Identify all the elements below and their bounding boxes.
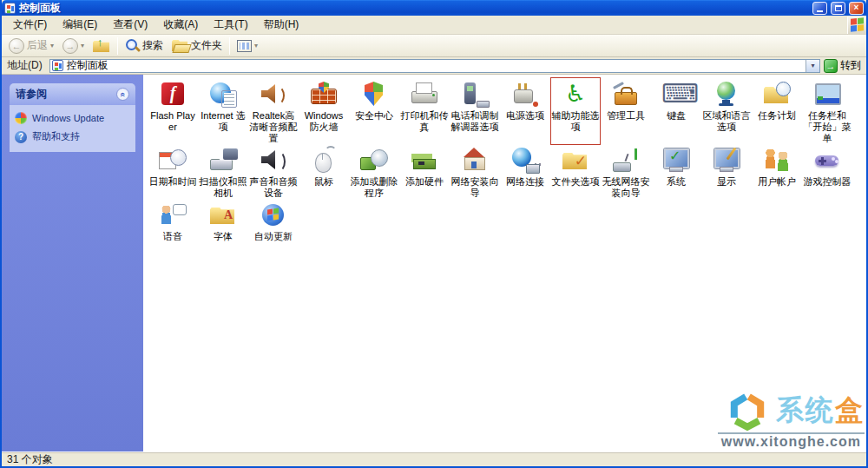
- menu-item[interactable]: 工具(T): [206, 15, 255, 35]
- help-support-icon: [15, 131, 27, 143]
- up-button[interactable]: [89, 37, 114, 54]
- views-button[interactable]: ▾: [233, 39, 261, 53]
- address-input[interactable]: 控制面板 ▾: [49, 59, 820, 73]
- back-button[interactable]: ← 后退 ▾: [5, 37, 57, 55]
- cpl-item-sounds-audio[interactable]: 声音和音频设备: [249, 144, 298, 199]
- menu-item[interactable]: 文件(F): [5, 15, 55, 35]
- sidebar-item-windows-update[interactable]: Windows Update: [15, 112, 130, 124]
- go-arrow-icon: →: [824, 59, 838, 73]
- cpl-item-label: 键盘: [652, 110, 700, 122]
- cpl-item-accessibility-options[interactable]: 辅助功能选项: [551, 78, 600, 144]
- object-count: 31 个对象: [7, 452, 53, 467]
- search-button[interactable]: 搜索: [122, 37, 167, 54]
- cpl-item-automatic-updates[interactable]: 自动更新: [249, 199, 298, 249]
- cpl-item-phone-modem[interactable]: 电话和调制解调器选项: [450, 78, 499, 144]
- cpl-item-mouse[interactable]: 鼠标: [299, 144, 348, 199]
- cpl-item-folder-options[interactable]: 文件夹选项: [551, 144, 600, 199]
- cpl-item-internet-options[interactable]: Internet 选项: [199, 78, 247, 144]
- restore-button[interactable]: [831, 2, 845, 15]
- cpl-item-system[interactable]: 系统: [652, 144, 700, 199]
- go-button[interactable]: → 转到: [824, 58, 865, 73]
- menu-item[interactable]: 查看(V): [105, 15, 155, 35]
- cpl-item-regional-language[interactable]: 区域和语言选项: [702, 78, 751, 144]
- user-accounts-icon: [762, 146, 792, 175]
- menu-item[interactable]: 收藏(A): [155, 15, 206, 35]
- views-icon: [237, 40, 252, 52]
- cpl-item-label: 语音: [148, 231, 197, 242]
- xitonghe-logo-icon: [724, 389, 771, 432]
- automatic-updates-icon: [259, 201, 288, 230]
- close-button[interactable]: ×: [849, 2, 864, 15]
- cpl-item-label: Internet 选项: [199, 110, 247, 133]
- accessibility-options-icon: [561, 80, 590, 109]
- cpl-item-wireless-setup-wizard[interactable]: 无线网络安装向导: [602, 144, 650, 199]
- windows-update-icon: [15, 112, 27, 124]
- cpl-item-admin-tools[interactable]: 管理工具: [602, 78, 650, 144]
- cpl-item-label: 网络安装向导: [450, 176, 499, 199]
- cpl-item-taskbar-startmenu[interactable]: 任务栏和「开始」菜单: [803, 78, 852, 144]
- cpl-item-label: 电话和调制解调器选项: [450, 110, 499, 133]
- address-value: 控制面板: [67, 58, 802, 73]
- cpl-item-label: Realtek高清晰音频配置: [249, 110, 298, 144]
- cpl-item-fonts[interactable]: 字体: [199, 199, 247, 249]
- cpl-item-windows-firewall[interactable]: Windows 防火墙: [299, 78, 348, 144]
- sidebar-item-help-support[interactable]: 帮助和支持: [15, 130, 130, 143]
- watermark-url: www.xitonghe.com: [718, 432, 865, 452]
- see-also-header[interactable]: 请参阅 «: [10, 83, 135, 105]
- menu-item[interactable]: 编辑(E): [55, 15, 105, 35]
- fonts-icon: [208, 201, 238, 230]
- sidebar: 请参阅 « Windows Update 帮助和支持: [2, 75, 143, 452]
- toolbar: ← 后退 ▾ → ▾ 搜索 文件夹 ▾: [2, 35, 866, 57]
- cpl-item-add-remove-programs[interactable]: 添加或删除程序: [350, 144, 398, 199]
- cpl-item-power-options[interactable]: 电源选项: [501, 78, 549, 144]
- cpl-item-network-connections[interactable]: 网络连接: [501, 144, 549, 199]
- cpl-item-realtek-audio[interactable]: Realtek高清晰音频配置: [249, 78, 298, 144]
- mouse-icon: [309, 146, 339, 175]
- cpl-item-label: 电源选项: [501, 110, 549, 122]
- minimize-button[interactable]: [812, 2, 827, 15]
- search-icon: [125, 38, 140, 53]
- back-label: 后退: [27, 38, 48, 53]
- cpl-item-label: 网络连接: [501, 176, 549, 188]
- toolbar-separator: [229, 37, 230, 55]
- cpl-item-label: 文件夹选项: [551, 176, 600, 188]
- cpl-item-printers-faxes[interactable]: 打印机和传真: [400, 78, 449, 144]
- cpl-item-label: 打印机和传真: [400, 110, 449, 133]
- cpl-item-task-scheduler[interactable]: 任务计划: [753, 78, 801, 144]
- cpl-item-label: 自动更新: [249, 231, 298, 242]
- cpl-item-add-hardware[interactable]: 添加硬件: [400, 144, 449, 199]
- cpl-item-security-center[interactable]: 安全中心: [350, 78, 398, 144]
- cpl-item-display[interactable]: 显示: [702, 144, 751, 199]
- cpl-item-scanners-cameras[interactable]: 扫描仪和照相机: [199, 144, 247, 199]
- status-bar: 31 个对象: [2, 452, 866, 466]
- wireless-setup-wizard-icon: [611, 146, 641, 175]
- see-also-title: 请参阅: [16, 87, 47, 102]
- flash-player-icon: [158, 80, 187, 109]
- cpl-item-game-controllers[interactable]: 游戏控制器: [803, 144, 852, 199]
- cpl-item-label: 辅助功能选项: [551, 110, 600, 133]
- address-bar: 地址(D) 控制面板 ▾ → 转到: [2, 57, 866, 75]
- cpl-item-flash-player[interactable]: Flash Player: [148, 78, 197, 144]
- windows-firewall-icon: [309, 80, 339, 109]
- watermark-name: 系统盒: [776, 392, 865, 430]
- folders-button[interactable]: 文件夹: [168, 37, 226, 54]
- address-dropdown-button[interactable]: ▾: [806, 60, 819, 72]
- cpl-item-label: 日期和时间: [148, 176, 197, 188]
- control-panel-window: 控制面板 × 文件(F)编辑(E)查看(V)收藏(A)工具(T)帮助(H) ← …: [0, 0, 868, 468]
- cpl-item-user-accounts[interactable]: 用户帐户: [753, 144, 801, 199]
- forward-button[interactable]: → ▾: [59, 37, 88, 55]
- cpl-item-keyboard[interactable]: 键盘: [652, 78, 700, 144]
- menu-item[interactable]: 帮助(H): [256, 15, 307, 35]
- collapse-button[interactable]: «: [116, 88, 129, 101]
- title-bar: 控制面板 ×: [2, 0, 866, 16]
- cpl-item-speech[interactable]: 语音: [148, 199, 197, 249]
- sounds-audio-icon: [259, 146, 288, 175]
- network-connections-icon: [510, 146, 540, 175]
- cpl-item-label: 游戏控制器: [803, 176, 852, 188]
- windows-logo-icon: [851, 17, 864, 32]
- cpl-item-network-setup-wizard[interactable]: 网络安装向导: [450, 144, 499, 199]
- cpl-item-label: 鼠标: [299, 176, 348, 188]
- printers-faxes-icon: [410, 80, 439, 109]
- cpl-item-date-time[interactable]: 日期和时间: [148, 144, 197, 199]
- cpl-item-label: Windows 防火墙: [299, 110, 348, 133]
